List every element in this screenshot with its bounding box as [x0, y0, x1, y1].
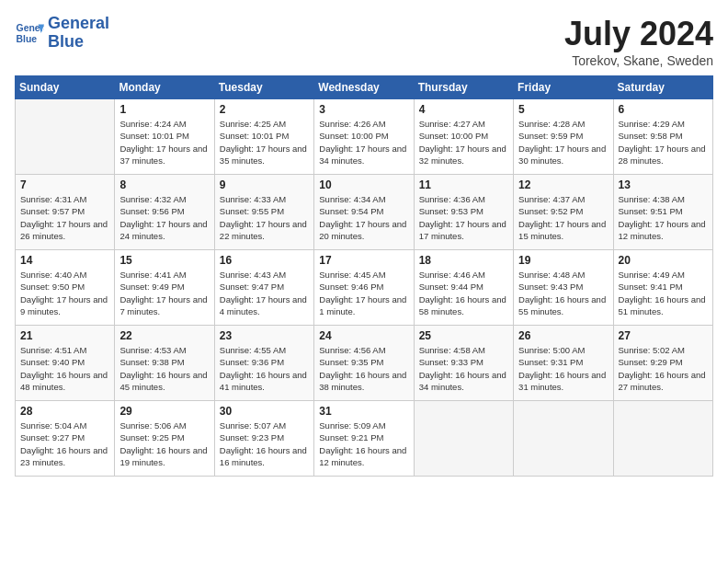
- calendar-cell: 11Sunrise: 4:36 AM Sunset: 9:53 PM Dayli…: [414, 175, 513, 250]
- day-number: 8: [119, 178, 209, 191]
- calendar-table: SundayMondayTuesdayWednesdayThursdayFrid…: [15, 75, 713, 477]
- calendar-cell: [613, 401, 712, 477]
- day-info: Sunrise: 4:43 AM Sunset: 9:47 PM Dayligh…: [220, 269, 309, 317]
- day-number: 2: [220, 103, 309, 116]
- calendar-week-5: 28Sunrise: 5:04 AM Sunset: 9:27 PM Dayli…: [16, 401, 713, 477]
- calendar-cell: 12Sunrise: 4:37 AM Sunset: 9:52 PM Dayli…: [514, 175, 613, 250]
- page-header: General Blue General Blue July 2024 Tore…: [15, 15, 713, 68]
- day-number: 18: [419, 254, 508, 267]
- day-info: Sunrise: 4:36 AM Sunset: 9:53 PM Dayligh…: [419, 193, 508, 242]
- day-info: Sunrise: 4:31 AM Sunset: 9:57 PM Dayligh…: [20, 193, 109, 242]
- column-header-monday: Monday: [115, 76, 214, 99]
- calendar-cell: 5Sunrise: 4:28 AM Sunset: 9:59 PM Daylig…: [514, 99, 613, 175]
- logo-text: General Blue: [48, 15, 109, 52]
- day-number: 3: [319, 103, 408, 116]
- day-number: 23: [220, 329, 309, 342]
- day-number: 27: [619, 329, 708, 342]
- calendar-cell: 18Sunrise: 4:46 AM Sunset: 9:44 PM Dayli…: [414, 250, 513, 326]
- calendar-cell: 31Sunrise: 5:09 AM Sunset: 9:21 PM Dayli…: [314, 401, 414, 477]
- calendar-cell: 20Sunrise: 4:49 AM Sunset: 9:41 PM Dayli…: [613, 250, 712, 326]
- day-number: 4: [419, 103, 508, 116]
- calendar-cell: 8Sunrise: 4:32 AM Sunset: 9:56 PM Daylig…: [115, 175, 214, 250]
- logo-icon: General Blue: [15, 18, 44, 48]
- column-header-wednesday: Wednesday: [314, 76, 414, 99]
- day-number: 26: [518, 329, 608, 342]
- day-info: Sunrise: 4:45 AM Sunset: 9:46 PM Dayligh…: [319, 269, 408, 317]
- calendar-cell: [514, 401, 613, 477]
- day-info: Sunrise: 4:25 AM Sunset: 10:01 PM Daylig…: [220, 118, 309, 167]
- day-info: Sunrise: 4:58 AM Sunset: 9:33 PM Dayligh…: [419, 344, 508, 393]
- calendar-cell: 25Sunrise: 4:58 AM Sunset: 9:33 PM Dayli…: [414, 326, 513, 401]
- calendar-cell: 10Sunrise: 4:34 AM Sunset: 9:54 PM Dayli…: [314, 175, 414, 250]
- day-number: 1: [119, 103, 209, 116]
- calendar-cell: [16, 99, 115, 175]
- day-number: 20: [619, 254, 708, 267]
- day-info: Sunrise: 4:46 AM Sunset: 9:44 PM Dayligh…: [419, 269, 508, 317]
- calendar-cell: [414, 401, 513, 477]
- calendar-cell: 4Sunrise: 4:27 AM Sunset: 10:00 PM Dayli…: [414, 99, 513, 175]
- day-info: Sunrise: 5:07 AM Sunset: 9:23 PM Dayligh…: [220, 419, 309, 468]
- column-header-tuesday: Tuesday: [214, 76, 313, 99]
- day-info: Sunrise: 4:29 AM Sunset: 9:58 PM Dayligh…: [619, 118, 708, 167]
- day-info: Sunrise: 4:48 AM Sunset: 9:43 PM Dayligh…: [518, 269, 608, 317]
- calendar-cell: 16Sunrise: 4:43 AM Sunset: 9:47 PM Dayli…: [214, 250, 313, 326]
- calendar-header-row: SundayMondayTuesdayWednesdayThursdayFrid…: [16, 76, 713, 99]
- calendar-cell: 17Sunrise: 4:45 AM Sunset: 9:46 PM Dayli…: [314, 250, 414, 326]
- day-number: 29: [119, 405, 209, 418]
- day-number: 13: [619, 178, 708, 191]
- calendar-cell: 15Sunrise: 4:41 AM Sunset: 9:49 PM Dayli…: [115, 250, 214, 326]
- column-header-friday: Friday: [514, 76, 613, 99]
- location-subtitle: Torekov, Skane, Sweden: [564, 53, 713, 68]
- calendar-cell: 24Sunrise: 4:56 AM Sunset: 9:35 PM Dayli…: [314, 326, 414, 401]
- day-number: 30: [220, 405, 309, 418]
- day-number: 21: [20, 329, 109, 342]
- calendar-cell: 14Sunrise: 4:40 AM Sunset: 9:50 PM Dayli…: [16, 250, 115, 326]
- day-number: 16: [220, 254, 309, 267]
- calendar-cell: 9Sunrise: 4:33 AM Sunset: 9:55 PM Daylig…: [214, 175, 313, 250]
- day-number: 19: [518, 254, 608, 267]
- day-info: Sunrise: 5:00 AM Sunset: 9:31 PM Dayligh…: [518, 344, 608, 393]
- day-info: Sunrise: 4:28 AM Sunset: 9:59 PM Dayligh…: [518, 118, 608, 167]
- day-info: Sunrise: 4:27 AM Sunset: 10:00 PM Daylig…: [419, 118, 508, 167]
- calendar-cell: 27Sunrise: 5:02 AM Sunset: 9:29 PM Dayli…: [613, 326, 712, 401]
- calendar-week-2: 7Sunrise: 4:31 AM Sunset: 9:57 PM Daylig…: [16, 175, 713, 250]
- day-info: Sunrise: 4:55 AM Sunset: 9:36 PM Dayligh…: [220, 344, 309, 393]
- column-header-saturday: Saturday: [613, 76, 712, 99]
- day-number: 24: [319, 329, 408, 342]
- month-title: July 2024: [564, 15, 713, 53]
- calendar-cell: 30Sunrise: 5:07 AM Sunset: 9:23 PM Dayli…: [214, 401, 313, 477]
- day-number: 5: [518, 103, 608, 116]
- day-number: 9: [220, 178, 309, 191]
- svg-text:Blue: Blue: [17, 33, 38, 43]
- day-info: Sunrise: 4:41 AM Sunset: 9:49 PM Dayligh…: [119, 269, 209, 317]
- day-info: Sunrise: 4:33 AM Sunset: 9:55 PM Dayligh…: [220, 193, 309, 242]
- day-info: Sunrise: 4:32 AM Sunset: 9:56 PM Dayligh…: [119, 193, 209, 242]
- calendar-cell: 6Sunrise: 4:29 AM Sunset: 9:58 PM Daylig…: [613, 99, 712, 175]
- day-info: Sunrise: 5:02 AM Sunset: 9:29 PM Dayligh…: [619, 344, 708, 393]
- calendar-cell: 1Sunrise: 4:24 AM Sunset: 10:01 PM Dayli…: [115, 99, 214, 175]
- day-number: 6: [619, 103, 708, 116]
- day-number: 17: [319, 254, 408, 267]
- calendar-cell: 29Sunrise: 5:06 AM Sunset: 9:25 PM Dayli…: [115, 401, 214, 477]
- calendar-cell: 3Sunrise: 4:26 AM Sunset: 10:00 PM Dayli…: [314, 99, 414, 175]
- calendar-cell: 26Sunrise: 5:00 AM Sunset: 9:31 PM Dayli…: [514, 326, 613, 401]
- day-number: 25: [419, 329, 508, 342]
- day-info: Sunrise: 4:53 AM Sunset: 9:38 PM Dayligh…: [119, 344, 209, 393]
- calendar-cell: 23Sunrise: 4:55 AM Sunset: 9:36 PM Dayli…: [214, 326, 313, 401]
- day-number: 11: [419, 178, 508, 191]
- day-number: 7: [20, 178, 109, 191]
- day-number: 22: [119, 329, 209, 342]
- day-info: Sunrise: 4:56 AM Sunset: 9:35 PM Dayligh…: [319, 344, 408, 393]
- day-info: Sunrise: 5:04 AM Sunset: 9:27 PM Dayligh…: [20, 419, 109, 468]
- day-number: 31: [319, 405, 408, 418]
- calendar-week-3: 14Sunrise: 4:40 AM Sunset: 9:50 PM Dayli…: [16, 250, 713, 326]
- column-header-thursday: Thursday: [414, 76, 513, 99]
- day-number: 12: [518, 178, 608, 191]
- calendar-cell: 22Sunrise: 4:53 AM Sunset: 9:38 PM Dayli…: [115, 326, 214, 401]
- calendar-cell: 7Sunrise: 4:31 AM Sunset: 9:57 PM Daylig…: [16, 175, 115, 250]
- day-info: Sunrise: 4:38 AM Sunset: 9:51 PM Dayligh…: [619, 193, 708, 242]
- day-info: Sunrise: 4:40 AM Sunset: 9:50 PM Dayligh…: [20, 269, 109, 317]
- day-info: Sunrise: 4:24 AM Sunset: 10:01 PM Daylig…: [119, 118, 209, 167]
- column-header-sunday: Sunday: [16, 76, 115, 99]
- calendar-week-4: 21Sunrise: 4:51 AM Sunset: 9:40 PM Dayli…: [16, 326, 713, 401]
